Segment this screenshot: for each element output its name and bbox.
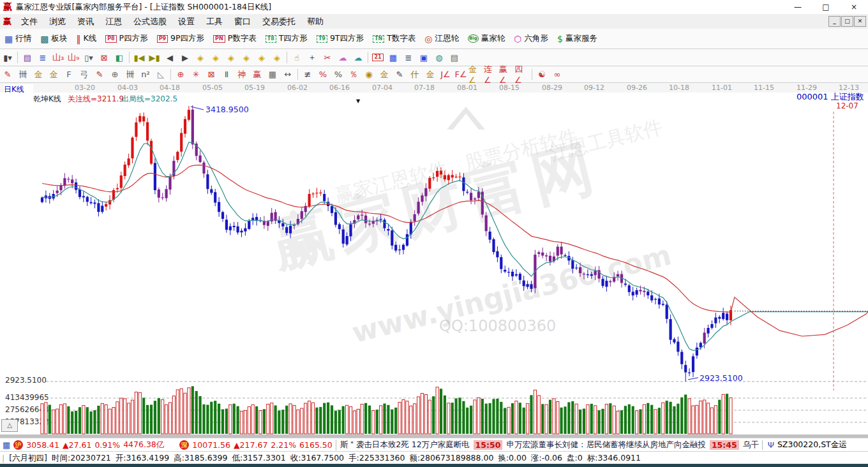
print-button[interactable]: ▤: [447, 49, 462, 66]
grid-x-button[interactable]: ⊠: [96, 49, 112, 66]
bars3-button[interactable]: 山₃: [50, 49, 66, 66]
j-angle-button[interactable]: J∠: [438, 66, 453, 82]
t-table-button[interactable]: TNT数字表: [368, 29, 420, 48]
calculator-button[interactable]: ▦: [385, 49, 401, 66]
crosshair-button[interactable]: ＋: [304, 49, 320, 66]
info-list-button[interactable]: ≣: [35, 49, 50, 66]
9t-square-button[interactable]: T99T四方形: [312, 29, 368, 48]
gold-grid2-button[interactable]: 金: [46, 66, 61, 82]
quotes-button[interactable]: ▦行情: [0, 29, 36, 48]
percent-red-button[interactable]: %: [315, 66, 331, 82]
lian-angle-button[interactable]: 连∠: [484, 66, 499, 82]
gann-diamond-left-button[interactable]: ◈: [193, 49, 208, 66]
gann-diamond-x-button[interactable]: ◈: [239, 49, 254, 66]
pillar-tool-button[interactable]: Ⅱ: [219, 66, 234, 82]
e-wave-button[interactable]: ≢: [300, 66, 315, 82]
menu-item-江恩[interactable]: 江恩: [100, 14, 128, 29]
maximize-button[interactable]: □: [812, 0, 840, 14]
bow-tool-button[interactable]: 弓: [77, 66, 92, 82]
f-angle-button[interactable]: F∠: [453, 66, 468, 82]
si-angle-button[interactable]: 四∠: [514, 66, 530, 82]
menu-item-设置[interactable]: 设置: [172, 14, 200, 29]
gold-grid-button[interactable]: 金: [31, 66, 46, 82]
chart-window-button[interactable]: ▤: [20, 49, 35, 66]
bars9-button[interactable]: 山₉: [66, 49, 81, 66]
mdi-restore-button[interactable]: □: [841, 16, 853, 27]
angle-ruler-button[interactable]: ◺: [153, 66, 168, 82]
circle-grid-button[interactable]: ⊕: [107, 66, 123, 82]
ying-angle-button[interactable]: 赢∠: [499, 66, 514, 82]
menu-item-帮助[interactable]: 帮助: [301, 14, 329, 29]
candlestick-chart[interactable]: [0, 93, 868, 438]
pen-tool-button[interactable]: ✎: [0, 66, 15, 82]
ying-tool-button[interactable]: 赢: [250, 66, 265, 82]
menu-item-浏览[interactable]: 浏览: [43, 14, 71, 29]
hexagon-button[interactable]: ⬡六角形: [509, 29, 553, 48]
news-headline-2[interactable]: 申万宏源董事长刘健：居民储蓄将继续从房地产向金融投: [506, 440, 706, 450]
menu-item-公式选股[interactable]: 公式选股: [128, 14, 172, 29]
calendar-button[interactable]: 21: [370, 49, 385, 66]
p-table-button[interactable]: PNP数字表: [209, 29, 261, 48]
menu-item-交易委托[interactable]: 交易委托: [257, 14, 301, 29]
t-square-button[interactable]: T8T四方形: [261, 29, 312, 48]
width-tool-button[interactable]: ↔: [280, 66, 296, 82]
gold-angle0-button[interactable]: 金: [423, 66, 438, 82]
gann-diamond-plus-button[interactable]: ◈: [254, 49, 269, 66]
percent-button[interactable]: %: [331, 66, 346, 82]
n-square-button[interactable]: n²: [138, 66, 153, 82]
gann-wheel-button[interactable]: ◎江恩轮: [420, 29, 463, 48]
gold-angle-button[interactable]: 金∠: [468, 66, 484, 82]
gann-diamond-star-button[interactable]: ◈: [269, 49, 285, 66]
p-square-button[interactable]: P8P四方形: [101, 29, 152, 48]
f-grid-button[interactable]: F: [61, 66, 77, 82]
9p-square-button[interactable]: P99P四方形: [153, 29, 209, 48]
winner-wheel-button[interactable]: Big赢家轮: [463, 29, 509, 48]
gold-circle-button[interactable]: ◉: [361, 66, 377, 82]
infinity-button[interactable]: ∞: [550, 66, 565, 82]
shi-tool-button[interactable]: 什: [407, 66, 423, 82]
menu-item-文件[interactable]: 文件: [15, 14, 43, 29]
brain-pink-button[interactable]: ☁: [335, 49, 350, 66]
kline-button[interactable]: ‖K线: [71, 29, 101, 48]
news-headline-1[interactable]: 斯＂袭击日本致2死 12万户家庭断电: [340, 440, 470, 450]
winner-service-button[interactable]: $赢家服务: [553, 29, 602, 48]
color-chart-button[interactable]: ◧: [112, 49, 127, 66]
save-button[interactable]: ▣: [416, 49, 431, 66]
pen2-tool-button[interactable]: ✎: [92, 66, 107, 82]
grid2-tool-button[interactable]: 卌: [123, 66, 138, 82]
pane-toggle-button[interactable]: △: [1, 419, 18, 432]
big-grid-button[interactable]: ▦: [265, 66, 280, 82]
gann-diamond-lr-button[interactable]: ◈: [223, 49, 239, 66]
save-net-button[interactable]: ◍: [431, 49, 447, 66]
menu-item-工具[interactable]: 工具: [200, 14, 228, 29]
gold-line-button[interactable]: 金: [377, 66, 392, 82]
ink-pen-button[interactable]: ✎: [392, 66, 407, 82]
sectors-button[interactable]: ▩板块: [36, 29, 71, 48]
gann-diamond-right-button[interactable]: ◈: [208, 49, 223, 66]
shen-tool-button[interactable]: 神: [234, 66, 250, 82]
prev-bar-button[interactable]: ◀: [162, 49, 177, 66]
stock-ticker-label[interactable]: SZ300220,ST金运: [777, 440, 847, 450]
last-page-button[interactable]: ▶▮: [147, 49, 162, 66]
hand-tool-button[interactable]: ☝: [289, 49, 304, 66]
scissors-button[interactable]: ✂: [320, 49, 335, 66]
minimize-button[interactable]: —: [784, 0, 812, 14]
close-button[interactable]: ×: [840, 0, 868, 14]
news-headline-3[interactable]: 乌干: [743, 440, 759, 450]
first-page-button[interactable]: ▮◀: [131, 49, 147, 66]
mdi-close-button[interactable]: ✕: [854, 16, 866, 27]
notebook-button[interactable]: ≣: [401, 49, 416, 66]
gann-circle-button[interactable]: ⊕: [173, 66, 188, 82]
candle-dropdown-button[interactable]: ▯▾: [81, 49, 96, 66]
menu-item-窗口[interactable]: 窗口: [228, 14, 257, 29]
gann-star-button[interactable]: ✳: [188, 66, 204, 82]
menu-item-资讯[interactable]: 资讯: [71, 14, 100, 29]
brain-teal-button[interactable]: ☁: [350, 49, 366, 66]
percent-line-button[interactable]: ％: [346, 66, 361, 82]
gann-box-button[interactable]: ⊠: [204, 66, 219, 82]
yinyang-button[interactable]: ☯: [534, 66, 550, 82]
grid-tool-button[interactable]: 卌: [15, 66, 31, 82]
kline-style-dropdown[interactable]: ▮▾: [0, 49, 15, 66]
mdi-minimize-button[interactable]: _: [828, 16, 841, 27]
next-bar-button[interactable]: ▶: [177, 49, 193, 66]
